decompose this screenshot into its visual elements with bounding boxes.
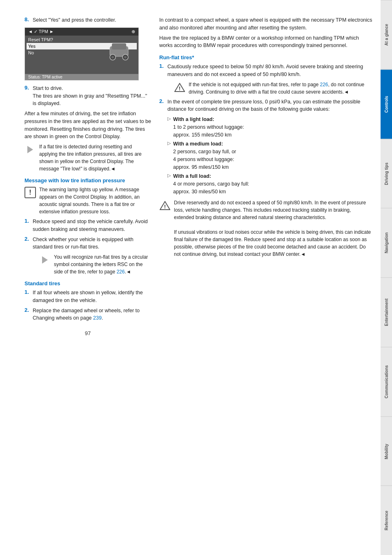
standard-step-1-row: 1. If all four wheels are shown in yello…	[24, 289, 151, 304]
bullet-full-load: ▷ With a full load: 4 or more persons, c…	[167, 172, 372, 195]
note-runflat-box: You will recognize run-flat tires by a c…	[39, 253, 151, 275]
page226b-link[interactable]: 226	[320, 82, 328, 87]
warning-icon-runflat: !	[174, 82, 185, 93]
page-container: 8. Select "Yes" and press the controller…	[0, 0, 392, 555]
message-step-2-num: 2.	[24, 236, 31, 251]
svg-point-5	[124, 56, 127, 58]
main-content: 8. Select "Yes" and press the controller…	[0, 0, 381, 555]
sidebar-item-navigation[interactable]: Navigation	[381, 208, 392, 278]
tpm-header-right: ⊕	[131, 29, 135, 34]
warning-icon-drive: !	[159, 200, 171, 211]
sidebar-item-at-a-glance[interactable]: At a glance	[381, 0, 392, 69]
note-flat-tire-box: If a flat tire is detected during resett…	[24, 143, 151, 172]
message-step-2-row: 2. Check whether your vehicle is equippe…	[24, 236, 151, 251]
exclamation-icon: !	[24, 187, 36, 198]
sidebar-item-controls[interactable]: Controls	[381, 69, 392, 139]
runflat-step-1-row: 1. Cautiously reduce speed to below 50 m…	[159, 63, 372, 78]
standard-step-2-row: 2. Replace the damaged wheel or wheels, …	[24, 307, 151, 322]
standard-step-2-text: Replace the damaged wheel or wheels, ref…	[33, 307, 151, 322]
standard-step-1-num: 1.	[24, 289, 31, 304]
tpm-car-graphic	[104, 36, 136, 69]
sidebar-item-driving-tips[interactable]: Driving tips	[381, 139, 392, 208]
bullet-arrow-3: ▷	[167, 173, 171, 195]
section-standard-title: Standard tires	[24, 280, 151, 286]
note-flat-tire-text: If a flat tire is detected during resett…	[39, 143, 151, 172]
play-triangle-2	[42, 256, 48, 264]
step-9-content: Start to drive. The tires are shown in g…	[33, 85, 151, 107]
section-message-title: Message with low tire inflation pressure	[24, 177, 151, 184]
message-step-1-text: Reduce speed and stop the vehicle carefu…	[33, 218, 151, 233]
standard-step-2-num: 2.	[24, 307, 31, 322]
note-not-equipped-box: ! If the vehicle is not equipped with ru…	[174, 81, 372, 96]
tpm-body: Reset TPM? Yes No	[25, 36, 138, 80]
runflat-step-2-row: 2. In the event of complete tire pressur…	[159, 98, 372, 114]
play-icon-flat	[24, 144, 36, 155]
step-8-text: Select "Yes" and press the controller.	[33, 16, 151, 24]
warning-drive-box: ! Drive reservedly and do not exceed a s…	[159, 199, 372, 258]
runflat-step-2-num: 2.	[159, 98, 166, 114]
bullet-light-load: ▷ With a light load: 1 to 2 persons with…	[167, 116, 372, 139]
para-after-step9: After a few minutes of driving, the set …	[24, 110, 151, 141]
bullet-arrow-2: ▷	[167, 141, 171, 171]
step-8-number: 8.	[24, 16, 31, 24]
bullet-medium-content: With a medium load: 2 persons, cargo bay…	[173, 140, 236, 171]
message-step-1-num: 1.	[24, 218, 31, 233]
bullet-medium-load: ▷ With a medium load: 2 persons, cargo b…	[167, 140, 372, 171]
bullet-light-content: With a light load: 1 to 2 persons withou…	[173, 116, 244, 139]
runflat-step-1-text: Cautiously reduce speed to below 50 mph/…	[167, 63, 372, 78]
svg-text:!: !	[164, 204, 166, 210]
right-column: In contrast to a compact wheel, a spare …	[159, 16, 372, 539]
warning-drive-text: Drive reservedly and do not exceed a spe…	[174, 199, 372, 258]
section-runflat-title: Run-flat tires*	[159, 54, 372, 60]
left-column: 8. Select "Yes" and press the controller…	[24, 16, 151, 539]
step-9-text: Start to drive.	[33, 85, 63, 91]
warning-inflation-box: ! The warning lamp lights up yellow. A m…	[24, 186, 151, 215]
standard-step-1-text: If all four wheels are shown in yellow, …	[33, 289, 151, 304]
tpm-status-bar: Status: TPM active	[25, 74, 138, 80]
runflat-step-2-text: In the event of complete tire pressure l…	[167, 98, 372, 114]
sidebar-item-communications[interactable]: Communications	[381, 347, 392, 416]
tpm-header: ◄ ✓ TPM ► ⊕	[25, 28, 138, 36]
tpm-display-image: ◄ ✓ TPM ► ⊕ Reset TPM? Yes No	[24, 27, 139, 81]
sidebar-item-mobility[interactable]: Mobility	[381, 416, 392, 486]
svg-rect-1	[112, 43, 126, 49]
sidebar-item-reference[interactable]: Reference	[381, 486, 392, 555]
page226-link[interactable]: 226	[116, 269, 125, 275]
warning-inflation-text: The warning lamp lights up yellow. A mes…	[39, 186, 151, 215]
svg-point-4	[111, 56, 114, 58]
runflat-step-1-num: 1.	[159, 63, 166, 78]
svg-text:!: !	[179, 85, 180, 92]
bullet-full-content: With a full load: 4 or more persons, car…	[173, 172, 249, 195]
step-9-number: 9.	[24, 85, 31, 107]
message-step-1-row: 1. Reduce speed and stop the vehicle car…	[24, 218, 151, 233]
right-para2: Have the tire replaced by a BMW center o…	[159, 34, 372, 50]
page-number: 97	[24, 330, 151, 336]
bullet-arrow-1: ▷	[167, 116, 171, 139]
step-8-row: 8. Select "Yes" and press the controller…	[24, 16, 151, 24]
tpm-header-left: ◄ ✓ TPM ►	[28, 29, 54, 34]
note-not-equipped-text: If the vehicle is not equipped with run-…	[189, 81, 372, 96]
note-runflat-text: You will recognize run-flat tires by a c…	[54, 253, 151, 275]
play-triangle	[27, 146, 33, 153]
page239-link[interactable]: 239	[93, 315, 102, 321]
play-icon-runflat	[39, 254, 51, 266]
step-9-subtext: The tires are shown in gray and "Resetti…	[33, 93, 147, 107]
message-step-2-text: Check whether your vehicle is equipped w…	[33, 236, 151, 251]
step-9-row: 9. Start to drive. The tires are shown i…	[24, 85, 151, 107]
sidebar-item-entertainment[interactable]: Entertainment	[381, 278, 392, 347]
right-sidebar: At a glance Controls Driving tips Naviga…	[381, 0, 392, 555]
right-para1: In contrast to a compact wheel, a spare …	[159, 16, 372, 32]
